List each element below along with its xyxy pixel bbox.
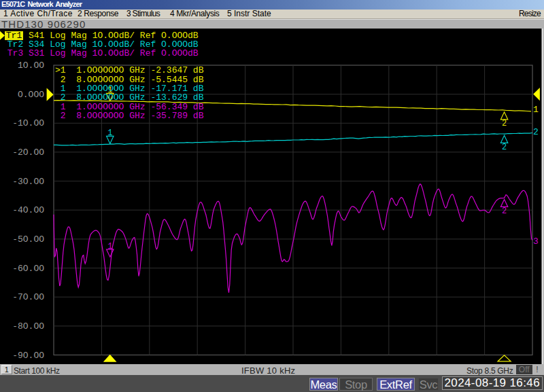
svg-text:-2O.OO: -2O.OO [12, 147, 44, 158]
svg-text:2: 2 [502, 119, 507, 128]
svg-text:2: 2 [502, 143, 507, 152]
svg-text:1: 1 [107, 128, 112, 138]
svg-text:O.OOO: O.OOO [18, 90, 44, 100]
svg-text:-3O.OO: -3O.OO [12, 177, 44, 187]
svg-text:-9O.OO: -9O.OO [12, 351, 44, 361]
svg-text:-5O.OO: -5O.OO [12, 234, 44, 245]
svg-text:3: 3 [533, 236, 539, 247]
svg-text:-4O.OO: -4O.OO [12, 205, 44, 215]
svg-text:2: 2 [502, 207, 507, 216]
svg-text:-8O.OO: -8O.OO [12, 321, 44, 332]
svg-text:-7O.OO: -7O.OO [12, 292, 44, 302]
svg-text:-6O.OO: -6O.OO [12, 264, 44, 274]
svg-text:1O.OO: 1O.OO [18, 60, 44, 71]
svg-text:-1O.OO: -1O.OO [12, 118, 44, 128]
svg-text:1: 1 [533, 105, 539, 115]
svg-text:1: 1 [107, 242, 112, 251]
svg-text:2: 2 [533, 127, 539, 137]
